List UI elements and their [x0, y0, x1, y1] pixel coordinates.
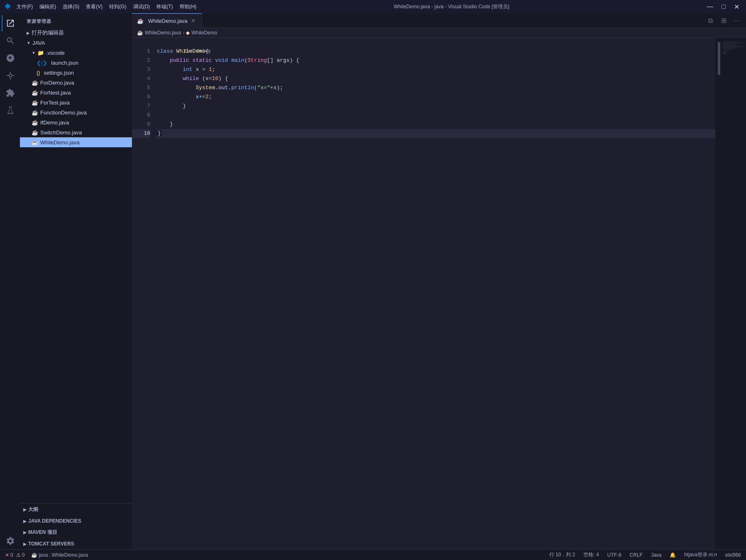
minimize-button[interactable]: — — [704, 3, 716, 11]
sidebar-item-fornest[interactable]: ☕ ForNest.java — [20, 88, 132, 97]
sidebar-item-launch-json[interactable]: ❮{❯ launch.json — [20, 58, 132, 68]
code-line-5: System.out.println("x="+x); — [157, 83, 715, 93]
activity-extensions-icon[interactable] — [2, 85, 18, 101]
code-line-2: public static void main(String[] args) { — [157, 56, 715, 65]
sidebar-item-whiledemo[interactable]: ☕ WhileDemo.java — [20, 137, 132, 147]
code-line-8 — [157, 111, 715, 120]
code-editor[interactable]: 1 2 3 4 5 6 7 8 9 10 Run|Debug class Whi… — [132, 38, 746, 549]
tab-java-icon: ☕ — [137, 18, 144, 24]
user-info[interactable]: htjava登录.ni.n — [683, 551, 719, 558]
tab-close-button[interactable]: ✕ — [190, 17, 197, 24]
open-editors-label: 打开的编辑器 — [32, 29, 64, 37]
spaces-value: 空格: 4 — [583, 551, 599, 558]
breadcrumb: ☕ WhileDemo.java › ◆ WhileDemo — [132, 28, 746, 38]
error-count[interactable]: ✕ 0 ⚠ 0 — [3, 552, 26, 558]
error-count-value: 0 — [10, 552, 13, 558]
status-left: ✕ 0 ⚠ 0 ☕ java | WhileDemo.java — [3, 552, 90, 558]
activity-debug-icon[interactable] — [2, 67, 18, 84]
sidebar-bottom-sections: ▶ 大纲 ▶ JAVA DEPENDENCIES ▶ MAVEN 项目 ▶ TO… — [20, 503, 132, 549]
menu-debug[interactable]: 调试(D) — [131, 2, 153, 11]
codelens-line: Run|Debug — [157, 39, 715, 47]
java-file-icon-4: ☕ — [32, 110, 38, 116]
lang-label: java — [39, 552, 48, 558]
java-file-icon-6: ☕ — [32, 129, 38, 136]
sidebar-item-switchdemo[interactable]: ☕ SwitchDemo.java — [20, 127, 132, 137]
language-file[interactable]: ☕ java | WhileDemo.java — [29, 552, 90, 558]
tomcat-section[interactable]: ▶ TOMCAT SERVERS — [20, 538, 132, 549]
scrollbar-thumb[interactable] — [718, 42, 720, 75]
sidebar: 资源管理器 ▶ 打开的编辑器 ▼ JAVA ▼ 📁 .vscode ❮{❯ la… — [20, 13, 132, 549]
language-value: Java — [651, 552, 661, 558]
code-content[interactable]: Run|Debug class WhileDemo{ public static… — [154, 38, 715, 549]
ifdemo-label: IfDemo.java — [40, 119, 69, 126]
line-ending-value: CRLF — [630, 552, 643, 558]
activity-search-icon[interactable] — [2, 32, 18, 49]
vscode-file-icon: ❮{❯ — [37, 60, 47, 66]
notification-bell[interactable]: 🔔 — [668, 552, 678, 558]
indentation[interactable]: 空格: 4 — [582, 551, 600, 558]
java-file-icon-2: ☕ — [32, 90, 38, 96]
sidebar-open-editors[interactable]: ▶ 打开的编辑器 — [20, 28, 132, 38]
maven-section[interactable]: ▶ MAVEN 项目 — [20, 526, 132, 538]
activity-explorer-icon[interactable] — [2, 15, 18, 32]
editor-tab-whiledemo[interactable]: ☕ WhileDemo.java ✕ — [132, 13, 202, 28]
line-ending[interactable]: CRLF — [628, 552, 644, 558]
more-actions-button[interactable]: ··· — [731, 15, 743, 27]
java-file-icon-7: ☕ — [32, 139, 38, 146]
java-dependencies-section[interactable]: ▶ JAVA DEPENDENCIES — [20, 516, 132, 526]
status-bar: ✕ 0 ⚠ 0 ☕ java | WhileDemo.java 行 10，列 2… — [0, 549, 746, 560]
encoding[interactable]: UTF-8 — [606, 552, 623, 558]
sidebar-item-ifdemo[interactable]: ☕ IfDemo.java — [20, 117, 132, 127]
menu-file[interactable]: 文件(F) — [14, 2, 35, 11]
java-dep-chevron-icon: ▶ — [23, 519, 27, 523]
chevron-down-icon: ▼ — [27, 41, 31, 45]
breadcrumb-file[interactable]: WhileDemo.java — [145, 30, 181, 36]
sidebar-java-section[interactable]: ▼ JAVA — [20, 38, 132, 48]
breadcrumb-separator: › — [183, 30, 184, 36]
error-icon: ✕ — [5, 552, 9, 558]
position-value: 行 10，列 2 — [549, 551, 575, 558]
tomcat-chevron-icon: ▶ — [23, 542, 27, 546]
maximize-button[interactable]: □ — [719, 3, 728, 11]
sidebar-item-fordemo[interactable]: ☕ ForDemo.java — [20, 78, 132, 88]
svg-point-0 — [9, 74, 12, 77]
menu-help[interactable]: 帮助(H) — [177, 2, 199, 11]
menu-goto[interactable]: 转到(G) — [107, 2, 129, 11]
scrollbar-gutter[interactable] — [715, 38, 721, 549]
outline-section[interactable]: ▶ 大纲 — [20, 504, 132, 516]
split-editor-button[interactable]: ⧉ — [705, 15, 716, 27]
sidebar-item-settings-json[interactable]: {} settings.json — [20, 68, 132, 78]
sidebar-item-fortest[interactable]: ☕ ForTest.java — [20, 97, 132, 107]
breadcrumb-class[interactable]: WhileDemo — [191, 30, 217, 36]
account-info[interactable]: elxi966 — [724, 552, 743, 558]
menu-terminal[interactable]: 终端(T) — [154, 2, 175, 11]
user-label: htjava登录.ni.n — [684, 551, 717, 558]
code-line-1: class WhileDemo{ — [157, 47, 715, 56]
java-file-icon-3: ☕ — [32, 100, 38, 106]
line-numbers: 1 2 3 4 5 6 7 8 9 10 — [132, 38, 154, 549]
settings-json-icon: {} — [37, 70, 40, 76]
tab-bar: ☕ WhileDemo.java ✕ ⧉ ⊞ ··· — [132, 13, 746, 28]
menu-select[interactable]: 选择(S) — [60, 2, 82, 11]
menu-view[interactable]: 查看(V) — [83, 2, 105, 11]
main-layout: 资源管理器 ▶ 打开的编辑器 ▼ JAVA ▼ 📁 .vscode ❮{❯ la… — [0, 13, 746, 549]
tab-actions: ⧉ ⊞ ··· — [705, 15, 746, 27]
sidebar-item-functiondemo[interactable]: ☕ FunctionDemo.java — [20, 107, 132, 117]
settings-json-label: settings.json — [44, 70, 74, 76]
activity-git-icon[interactable] — [2, 50, 18, 66]
java-lang-badge: ☕ — [31, 552, 37, 558]
account-label: elxi966 — [725, 552, 741, 558]
sidebar-vscode-folder[interactable]: ▼ 📁 .vscode — [20, 48, 132, 58]
titlebar-menu: 文件(F) 编辑(E) 选择(S) 查看(V) 转到(G) 调试(D) 终端(T… — [14, 2, 199, 11]
language-mode[interactable]: Java — [649, 552, 663, 558]
maven-label: MAVEN 项目 — [28, 529, 57, 536]
sidebar-header: 资源管理器 — [20, 13, 132, 28]
vscode-logo-icon: ❖ — [4, 2, 11, 11]
cursor-position[interactable]: 行 10，列 2 — [548, 551, 577, 558]
close-button[interactable]: ✕ — [731, 3, 742, 11]
toggle-layout-button[interactable]: ⊞ — [718, 15, 729, 27]
activity-settings-icon[interactable] — [2, 533, 18, 549]
activity-test-icon[interactable] — [2, 102, 18, 119]
menu-edit[interactable]: 编辑(E) — [37, 2, 59, 11]
code-line-7: } — [157, 102, 715, 111]
